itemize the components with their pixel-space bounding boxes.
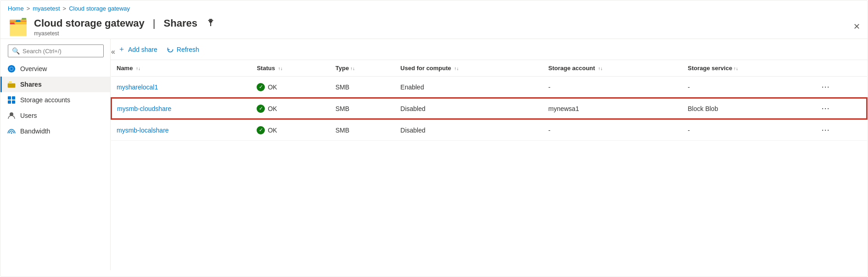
status-check-icon: ✓	[257, 105, 265, 113]
sidebar-label-storage-accounts: Storage accounts	[20, 96, 70, 104]
resource-name-title: Cloud storage gateway	[34, 17, 145, 29]
svg-rect-4	[210, 25, 211, 26]
sidebar-label-users: Users	[20, 112, 37, 119]
status-cell: ✓OK	[257, 83, 324, 91]
compute-cell: Disabled	[395, 98, 543, 119]
type-cell: SMB	[330, 98, 395, 119]
compute-cell: Disabled	[395, 119, 543, 141]
svg-rect-0	[209, 19, 213, 20]
main-container: Home > myasetest > Cloud storage gateway…	[0, 0, 868, 277]
storage-service-cell: Block Blob	[682, 98, 813, 119]
table-row: mysmb-cloudshare✓OKSMBDisabledmynewsa1Bl…	[111, 98, 867, 119]
svg-rect-5	[8, 83, 15, 88]
svg-rect-8	[12, 96, 15, 100]
storage-account-cell: -	[543, 77, 683, 98]
sidebar-item-bandwidth[interactable]: Bandwidth	[0, 123, 110, 139]
sidebar-item-shares[interactable]: Shares	[0, 77, 110, 92]
col-header-used-for-compute[interactable]: Used for compute ↑↓	[395, 60, 543, 77]
type-cell: SMB	[330, 119, 395, 141]
plus-icon: ＋	[118, 44, 125, 54]
page-title: Cloud storage gateway | Shares	[34, 17, 215, 29]
share-name-link[interactable]: mysmb-cloudshare	[117, 105, 171, 112]
type-cell: SMB	[330, 77, 395, 98]
svg-rect-10	[12, 100, 15, 104]
storage-accounts-icon	[7, 96, 16, 104]
breadcrumb-home[interactable]: Home	[8, 5, 24, 12]
status-text: OK	[268, 127, 277, 134]
add-share-button[interactable]: ＋ Add share	[118, 44, 157, 54]
sidebar-item-users[interactable]: Users	[0, 108, 110, 123]
share-name-link[interactable]: mysmb-localshare	[117, 127, 169, 134]
toolbar: ＋ Add share Refresh	[111, 39, 868, 60]
status-cell: ✓OK	[257, 126, 324, 134]
sidebar-item-storage-accounts[interactable]: Storage accounts	[0, 92, 110, 108]
refresh-button[interactable]: Refresh	[167, 46, 199, 53]
breadcrumb: Home > myasetest > Cloud storage gateway	[0, 0, 868, 15]
page-header: 🗂️ Cloud storage gateway | Shares myaset…	[0, 15, 868, 39]
resource-icon: 🗂️	[8, 17, 28, 37]
breadcrumb-current: Cloud storage gateway	[69, 5, 130, 12]
status-check-icon: ✓	[257, 126, 265, 134]
status-text: OK	[268, 83, 277, 91]
col-header-actions	[813, 60, 867, 77]
title-separator: |	[153, 17, 156, 29]
breadcrumb-sep1: >	[27, 5, 30, 12]
close-button[interactable]: ✕	[853, 22, 860, 31]
svg-rect-9	[8, 100, 11, 104]
col-header-storage-service[interactable]: Storage service↑↓	[682, 60, 813, 77]
status-text: OK	[268, 105, 277, 112]
table-row: mysharelocal1✓OKSMBEnabled--···	[111, 77, 867, 98]
resource-subtitle: myasetest	[34, 30, 215, 37]
main-layout: 🔍 « Overview	[0, 39, 868, 270]
sidebar: 🔍 « Overview	[0, 39, 111, 270]
status-sort-arrows: ↑↓	[278, 66, 283, 71]
sidebar-label-bandwidth: Bandwidth	[20, 127, 50, 135]
svg-rect-1	[208, 20, 213, 21]
storage-service-cell: -	[682, 119, 813, 141]
col-header-storage-account[interactable]: Storage account ↑↓	[543, 60, 683, 77]
table-row: mysmb-localshare✓OKSMBDisabled--···	[111, 119, 867, 141]
row-actions-button[interactable]: ···	[819, 124, 833, 136]
row-actions-button[interactable]: ···	[819, 81, 833, 93]
status-check-icon: ✓	[257, 83, 265, 91]
content-area: ＋ Add share Refresh Name ↑↓	[111, 39, 868, 270]
svg-rect-7	[8, 96, 11, 100]
search-icon: 🔍	[12, 47, 20, 55]
row-actions-button[interactable]: ···	[819, 103, 833, 114]
header-title-group: Cloud storage gateway | Shares myasetest	[34, 17, 215, 37]
overview-icon	[7, 65, 16, 73]
storage-account-cell: -	[543, 119, 683, 141]
status-cell: ✓OK	[257, 105, 324, 113]
storage-service-sort-arrows: ↑↓	[734, 66, 738, 71]
breadcrumb-myasetest[interactable]: myasetest	[33, 5, 60, 12]
col-header-status[interactable]: Status ↑↓	[251, 60, 330, 77]
storage-service-cell: -	[682, 77, 813, 98]
bandwidth-icon	[7, 127, 16, 135]
sidebar-item-overview[interactable]: Overview	[0, 61, 110, 77]
compute-sort-arrows: ↑↓	[454, 66, 459, 71]
type-sort-arrows: ↑↓	[350, 66, 355, 71]
refresh-label: Refresh	[177, 46, 199, 53]
pin-icon[interactable]	[207, 18, 215, 28]
storage-account-cell: mynewsa1	[543, 98, 683, 119]
svg-rect-3	[209, 21, 213, 22]
storage-account-sort-arrows: ↑↓	[598, 66, 603, 71]
search-input[interactable]	[22, 48, 100, 55]
sidebar-label-overview: Overview	[20, 65, 47, 72]
compute-cell: Enabled	[395, 77, 543, 98]
sidebar-label-shares: Shares	[20, 81, 42, 88]
add-share-label: Add share	[128, 46, 157, 53]
users-icon	[7, 111, 16, 120]
share-name-link[interactable]: mysharelocal1	[117, 83, 158, 91]
section-title: Shares	[164, 17, 197, 29]
name-sort-arrows: ↑↓	[136, 66, 140, 71]
shares-table: Name ↑↓ Status ↑↓ Type↑↓ Used for comput…	[111, 60, 868, 141]
col-header-type[interactable]: Type↑↓	[330, 60, 395, 77]
search-bar: 🔍	[8, 44, 104, 57]
svg-point-12	[11, 133, 12, 134]
breadcrumb-sep2: >	[63, 5, 67, 12]
shares-icon	[7, 80, 16, 89]
refresh-icon	[167, 46, 174, 53]
col-header-name[interactable]: Name ↑↓	[111, 60, 251, 77]
